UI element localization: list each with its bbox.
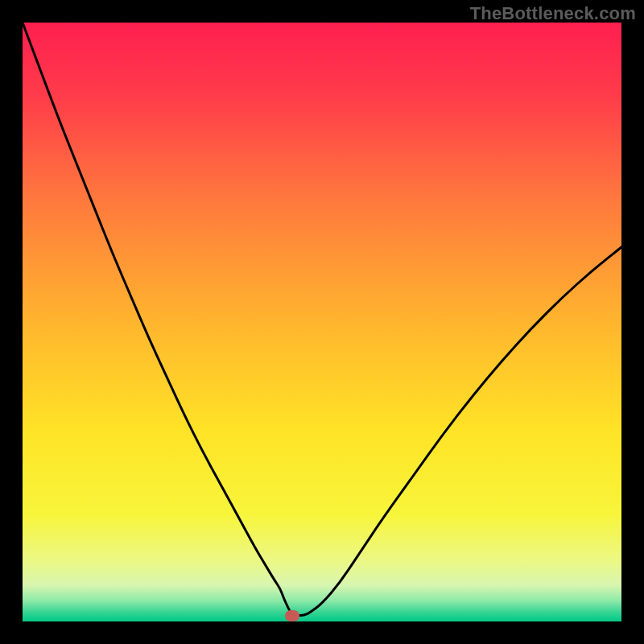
gradient-backdrop (23, 23, 621, 621)
watermark-text: TheBottleneck.com (470, 3, 636, 24)
optimal-point-marker (285, 610, 299, 621)
bottleneck-chart (23, 23, 621, 621)
chart-frame: TheBottleneck.com (0, 0, 644, 644)
